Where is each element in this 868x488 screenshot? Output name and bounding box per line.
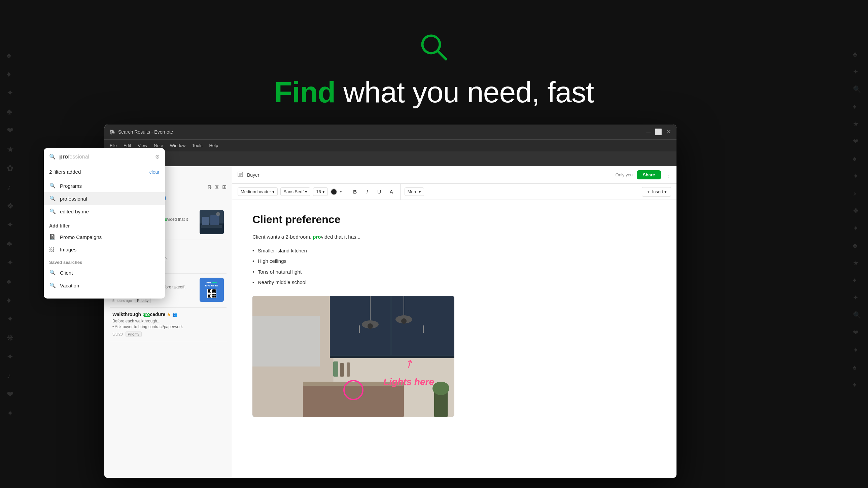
doc-highlight: pro [313, 234, 321, 240]
typed-dim: fessional [68, 154, 89, 159]
saved-searches-section: Saved searches 🔍 Client 🔍 Vacation [44, 256, 165, 293]
bullet-list: Smaller island kitchen High ceilings Ton… [252, 245, 656, 288]
svg-rect-11 [208, 290, 210, 292]
note-badges-4: 👥 [172, 312, 177, 317]
svg-rect-20 [212, 296, 214, 298]
menu-window[interactable]: Window [170, 143, 185, 148]
bullet-item-4: Nearby middle school [252, 277, 656, 288]
menu-help[interactable]: Help [209, 143, 218, 148]
underline-button[interactable]: U [375, 187, 384, 196]
suggestion-programs[interactable]: 🔍 Programs [44, 179, 165, 192]
more-options-icon[interactable]: ⋮ [665, 171, 671, 179]
close-button[interactable]: ✕ [666, 129, 671, 135]
filter-promo-campaigns[interactable]: 📓 Promo Campaigns [44, 231, 165, 243]
doc-title: Client preference [252, 213, 656, 226]
search-input-row: 🔍 professional ⊗ [44, 153, 165, 164]
note-meta-4: 5/3/20 Priority [113, 332, 224, 337]
header-style-select[interactable]: Medium header ▾ [238, 187, 278, 196]
search-input-icon: 🔍 [49, 153, 56, 160]
editor-header: Buyer Only you Share ⋮ [232, 166, 677, 184]
saved-search-vacation[interactable]: 🔍 Vacation [44, 279, 165, 292]
thumb-kitchen-image [199, 210, 224, 234]
svg-point-7 [216, 212, 220, 216]
window-title: Search Results - Evernote [118, 129, 173, 134]
svg-point-42 [401, 318, 407, 324]
insert-button[interactable]: ＋ Insert ▾ [642, 187, 671, 196]
note-title-4: Walkthrough procedure ★ 👥 [113, 312, 224, 317]
flight-ticket-text: Proceedto Gate E7 [205, 281, 218, 287]
annotation-text: Lights here [383, 374, 434, 390]
editor-content[interactable]: Client preference Client wants a 2-bedro… [232, 200, 677, 478]
menu-edit[interactable]: Edit [124, 143, 131, 148]
suggestion-text-1: Programs [60, 183, 82, 189]
note-meta-3: 5 hours ago Priority [113, 298, 196, 303]
more-chevron: ▾ [419, 189, 421, 194]
menu-note[interactable]: Note [154, 143, 163, 148]
note-time-4: 5/3/20 [113, 332, 123, 336]
filters-clear-button[interactable]: clear [149, 169, 159, 175]
hero-title: Find what you need, fast [274, 75, 594, 110]
svg-rect-21 [214, 296, 216, 298]
menu-view[interactable]: View [138, 143, 147, 148]
font-chevron: ▾ [305, 189, 307, 194]
font-size-label: 16 [316, 189, 321, 194]
text-color-picker[interactable] [331, 188, 337, 195]
svg-rect-19 [214, 294, 216, 296]
suggestion-edited[interactable]: 🔍 edited by:me [44, 205, 165, 218]
suggestions-section: 🔍 Programs 🔍 professional 🔍 edited by:me [44, 178, 165, 219]
bold-button[interactable]: B [350, 187, 360, 196]
notebook-icon: 📓 [49, 234, 56, 240]
color-chevron: ▾ [340, 189, 342, 194]
editor-header-right: Only you Share ⋮ [616, 170, 671, 179]
note-time-3: 5 hours ago [113, 299, 132, 303]
add-filter-header: Add filter [44, 219, 165, 231]
font-size-select[interactable]: 16 ▾ [313, 187, 328, 196]
minimize-button[interactable]: ─ [646, 129, 651, 135]
svg-rect-46 [252, 316, 320, 366]
filter-text-2: Images [60, 247, 76, 252]
hero-search-icon [419, 32, 449, 67]
svg-rect-30 [330, 296, 391, 355]
note-thumbnail-flight: Proceedto Gate E7 [199, 278, 224, 302]
doc-body: Client wants a 2-bedroom, provided that … [252, 233, 656, 417]
suggestion-professional[interactable]: 🔍 professional [44, 192, 165, 205]
font-select[interactable]: Sans Serif ▾ [280, 187, 310, 196]
insert-chevron: ▾ [664, 189, 667, 194]
note-preview-4: Before each walkthrough...• Ask buyer to… [113, 318, 224, 330]
menu-bar: File Edit View Note Window Tools Help [104, 139, 677, 151]
header-style-label: Medium header [241, 189, 271, 194]
search-clear-button[interactable]: ⊗ [155, 153, 159, 160]
maximize-button[interactable]: ⬜ [655, 129, 662, 135]
add-filter-section: Add filter 📓 Promo Campaigns 🖼 Images [44, 219, 165, 256]
window-controls: ─ ⬜ ✕ [646, 129, 671, 135]
text-style-button[interactable]: A [387, 187, 396, 196]
more-select[interactable]: More ▾ [405, 187, 425, 196]
saved-search-client[interactable]: 🔍 Client [44, 266, 165, 279]
italic-button[interactable]: I [363, 187, 372, 196]
svg-rect-17 [208, 295, 210, 297]
svg-point-48 [433, 382, 449, 395]
search-typed-text: professional [59, 154, 152, 160]
note-item-walkthrough[interactable]: Walkthrough procedure ★ 👥 Before each wa… [110, 308, 226, 342]
svg-rect-43 [333, 362, 338, 376]
header-style-chevron: ▾ [272, 189, 275, 194]
main-content: 🔍 Search Results 4 notes ⇅ ⧖ ⊞ 🏷 Priorit… [104, 166, 677, 478]
toolbar-divider-1 [346, 184, 346, 200]
menu-tools[interactable]: Tools [192, 143, 202, 148]
sort-icon[interactable]: ⇅ [207, 184, 212, 190]
view-icon[interactable]: ⊞ [222, 184, 226, 190]
nav-bar: ‹ › [104, 151, 677, 166]
more-label: More [408, 189, 418, 194]
svg-rect-45 [347, 363, 350, 376]
font-label: Sans Serif [283, 189, 304, 194]
breadcrumb-text: Buyer [247, 172, 259, 178]
filter-images[interactable]: 🖼 Images [44, 243, 165, 256]
share-button[interactable]: Share [637, 170, 661, 179]
svg-rect-44 [340, 363, 344, 376]
filters-label: 2 filters added [49, 169, 81, 175]
svg-point-39 [368, 324, 373, 329]
menu-file[interactable]: File [110, 143, 117, 148]
svg-rect-31 [392, 296, 454, 355]
filter-icon[interactable]: ⧖ [215, 184, 219, 190]
saved-searches-header: Saved searches [44, 257, 165, 266]
